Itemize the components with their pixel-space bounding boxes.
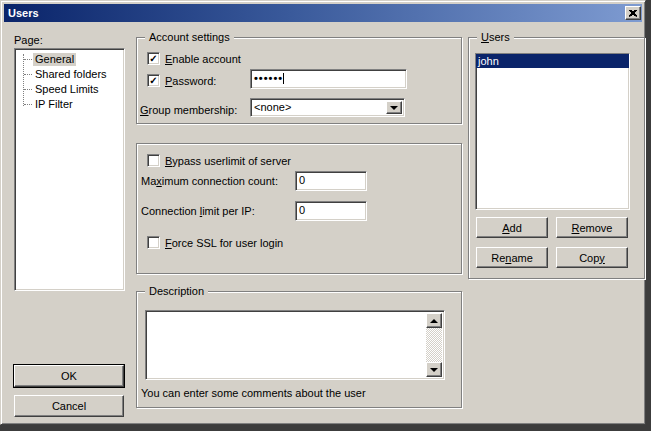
- close-icon: [629, 10, 637, 17]
- description-hint: You can enter some comments about the us…: [141, 387, 366, 399]
- enable-account-label[interactable]: Enable account: [165, 53, 241, 65]
- per-ip-limit-value: 0: [299, 204, 305, 216]
- tree-connector: [24, 104, 32, 105]
- tree-item-general[interactable]: General: [15, 52, 124, 67]
- password-value: ••••••: [254, 72, 283, 84]
- tree-item-label[interactable]: Shared folders: [33, 68, 109, 81]
- group-membership-label: Group membership:: [140, 104, 237, 116]
- enable-account-checkbox[interactable]: ✓: [147, 52, 160, 65]
- description-group: Description You can enter some comments …: [136, 291, 462, 408]
- max-connections-label: Maximum connection count:: [141, 175, 278, 187]
- tree-item-label[interactable]: General: [33, 53, 76, 66]
- group-membership-select[interactable]: <none>: [250, 98, 405, 117]
- bypass-userlimit-checkbox[interactable]: [147, 154, 160, 167]
- users-group: Users john Add Remove Rename Copy: [468, 37, 645, 279]
- password-label[interactable]: Password:: [165, 75, 216, 87]
- tree-item-ip-filter[interactable]: IP Filter: [15, 97, 124, 112]
- description-title: Description: [145, 285, 208, 298]
- force-ssl-label[interactable]: Force SSL for user login: [165, 237, 283, 249]
- tree-item-speed-limits[interactable]: Speed Limits: [15, 82, 124, 97]
- users-group-title: Users: [477, 31, 514, 44]
- tree-connector: [24, 74, 32, 75]
- check-icon: ✓: [149, 76, 157, 85]
- force-ssl-checkbox[interactable]: [147, 236, 160, 249]
- list-item-john[interactable]: john: [476, 54, 629, 68]
- bypass-userlimit-label[interactable]: Bypass userlimit of server: [165, 155, 291, 167]
- scroll-up-button[interactable]: [426, 313, 442, 328]
- scroll-down-button[interactable]: [426, 362, 442, 377]
- rename-user-button[interactable]: Rename: [476, 247, 548, 268]
- tree-item-label[interactable]: Speed Limits: [33, 83, 101, 96]
- per-ip-limit-label: Connection limit per IP:: [141, 205, 255, 217]
- cancel-button[interactable]: Cancel: [14, 395, 124, 417]
- tree-item-shared-folders[interactable]: Shared folders: [15, 67, 124, 82]
- scroll-up-icon: [430, 319, 438, 323]
- ok-button[interactable]: OK: [14, 365, 124, 387]
- copy-user-button[interactable]: Copy: [556, 247, 628, 268]
- vertical-scrollbar[interactable]: [426, 313, 442, 377]
- account-settings-group: Account settings ✓ Enable account ✓ Pass…: [136, 37, 462, 124]
- scroll-down-icon: [430, 368, 438, 372]
- titlebar[interactable]: Users: [4, 4, 642, 22]
- description-textarea[interactable]: [145, 310, 445, 380]
- tree-connector: [24, 59, 32, 60]
- max-connections-input[interactable]: 0: [295, 171, 367, 191]
- password-input[interactable]: ••••••: [250, 69, 407, 89]
- users-dialog: Users Page: General Shared folders: [0, 0, 646, 425]
- group-membership-value: <none>: [254, 101, 291, 113]
- max-connections-value: 0: [299, 174, 305, 186]
- check-icon: ✓: [149, 54, 157, 63]
- page-tree[interactable]: General Shared folders Speed Limits IP F…: [14, 48, 125, 291]
- per-ip-limit-input[interactable]: 0: [295, 201, 367, 221]
- connection-limits-group: Bypass userlimit of server Maximum conne…: [136, 143, 462, 274]
- window-title: Users: [4, 7, 39, 19]
- page-tree-rows: General Shared folders Speed Limits IP F…: [15, 49, 124, 112]
- scrollbar-track[interactable]: [426, 328, 442, 362]
- dropdown-button[interactable]: [386, 101, 402, 114]
- account-settings-title: Account settings: [145, 31, 234, 44]
- tree-connector: [24, 89, 32, 90]
- screen: Users Page: General Shared folders: [0, 0, 651, 431]
- users-list[interactable]: john: [475, 53, 630, 210]
- text-caret: [283, 73, 284, 84]
- page-label: Page:: [14, 34, 43, 46]
- add-user-button[interactable]: Add: [476, 217, 548, 238]
- password-checkbox[interactable]: ✓: [147, 74, 160, 87]
- chevron-down-icon: [390, 106, 398, 110]
- tree-item-label[interactable]: IP Filter: [33, 98, 75, 111]
- close-button[interactable]: [625, 6, 641, 20]
- remove-user-button[interactable]: Remove: [556, 217, 628, 238]
